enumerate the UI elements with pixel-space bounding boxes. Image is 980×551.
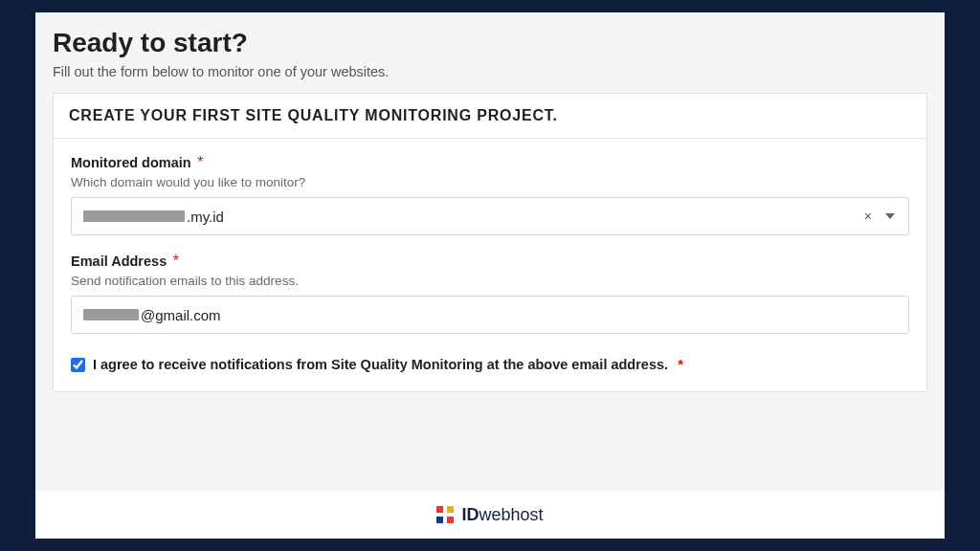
required-asterisk: * [173,253,179,269]
consent-label: I agree to receive notifications from Si… [93,357,668,372]
domain-field-label: Monitored domain [71,155,191,170]
required-asterisk: * [197,154,203,170]
required-asterisk: * [678,357,683,372]
redacted-email-prefix [83,309,139,320]
brand-bold: ID [461,505,479,524]
brand-text: IDwebhost [461,505,543,525]
email-field-label: Email Address [71,253,167,269]
card-body: Monitored domain * Which domain would yo… [54,139,926,391]
consent-checkbox[interactable] [71,358,85,372]
email-field-help: Send notification emails to this address… [71,274,909,288]
domain-input-value: .my.id [83,209,860,225]
page-title: Ready to start? [53,28,927,58]
card-title: CREATE YOUR FIRST SITE QUALITY MONITORIN… [54,94,926,139]
app-outer-panel: Ready to start? Fill out the form below … [35,12,945,539]
clear-icon[interactable]: × [860,207,876,226]
footer-bar: IDwebhost [35,491,945,539]
domain-suffix-text: .my.id [187,209,224,225]
page-subtitle: Fill out the form below to monitor one o… [53,64,927,79]
brand-rest: webhost [479,505,543,524]
project-card: CREATE YOUR FIRST SITE QUALITY MONITORIN… [53,93,927,392]
consent-text: I agree to receive notifications from Si… [93,357,683,372]
domain-select-input[interactable]: .my.id × [71,197,909,235]
content-area: Ready to start? Fill out the form below … [35,12,945,491]
select-actions: × [860,207,899,226]
chevron-down-icon[interactable] [885,213,895,219]
domain-field-help: Which domain would you like to monitor? [71,175,909,189]
redacted-domain-prefix [83,210,185,222]
monitored-domain-field: Monitored domain * Which domain would yo… [71,154,909,235]
idwebhost-logo-icon [436,506,454,523]
email-suffix-text: @gmail.com [141,307,221,323]
email-address-field: Email Address * Send notification emails… [71,253,909,334]
email-input[interactable]: @gmail.com [71,296,909,334]
consent-row: I agree to receive notifications from Si… [71,357,909,372]
